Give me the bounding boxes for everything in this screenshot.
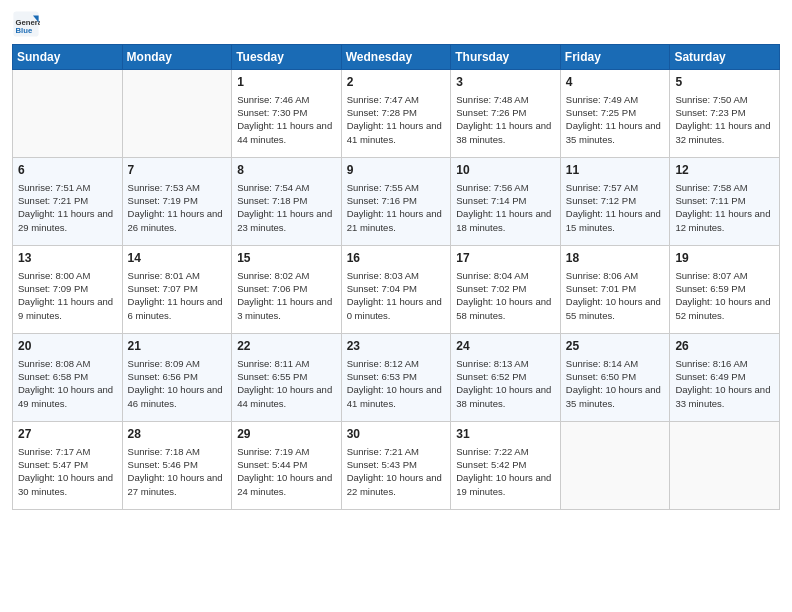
calendar-header-row: SundayMondayTuesdayWednesdayThursdayFrid… [13, 45, 780, 70]
calendar-cell: 4Sunrise: 7:49 AMSunset: 7:25 PMDaylight… [560, 70, 670, 158]
day-number: 1 [237, 74, 336, 91]
day-number: 26 [675, 338, 774, 355]
sunset: Sunset: 7:16 PM [347, 195, 417, 206]
daylight: Daylight: 11 hours and 32 minutes. [675, 120, 770, 144]
calendar-cell: 23Sunrise: 8:12 AMSunset: 6:53 PMDayligh… [341, 334, 451, 422]
day-number: 3 [456, 74, 555, 91]
day-number: 16 [347, 250, 446, 267]
calendar-cell: 29Sunrise: 7:19 AMSunset: 5:44 PMDayligh… [232, 422, 342, 510]
daylight: Daylight: 11 hours and 3 minutes. [237, 296, 332, 320]
sunset: Sunset: 6:58 PM [18, 371, 88, 382]
day-number: 27 [18, 426, 117, 443]
sunrise: Sunrise: 8:09 AM [128, 358, 200, 369]
sunrise: Sunrise: 7:50 AM [675, 94, 747, 105]
sunset: Sunset: 7:04 PM [347, 283, 417, 294]
daylight: Daylight: 10 hours and 55 minutes. [566, 296, 661, 320]
sunset: Sunset: 7:28 PM [347, 107, 417, 118]
sunrise: Sunrise: 7:22 AM [456, 446, 528, 457]
day-number: 29 [237, 426, 336, 443]
sunrise: Sunrise: 7:55 AM [347, 182, 419, 193]
daylight: Daylight: 11 hours and 12 minutes. [675, 208, 770, 232]
sunset: Sunset: 5:42 PM [456, 459, 526, 470]
day-number: 30 [347, 426, 446, 443]
calendar-cell: 14Sunrise: 8:01 AMSunset: 7:07 PMDayligh… [122, 246, 232, 334]
sunrise: Sunrise: 7:58 AM [675, 182, 747, 193]
calendar-cell: 1Sunrise: 7:46 AMSunset: 7:30 PMDaylight… [232, 70, 342, 158]
sunrise: Sunrise: 7:51 AM [18, 182, 90, 193]
sunrise: Sunrise: 8:08 AM [18, 358, 90, 369]
sunrise: Sunrise: 7:21 AM [347, 446, 419, 457]
daylight: Daylight: 10 hours and 49 minutes. [18, 384, 113, 408]
calendar-week-row: 13Sunrise: 8:00 AMSunset: 7:09 PMDayligh… [13, 246, 780, 334]
sunrise: Sunrise: 8:07 AM [675, 270, 747, 281]
day-number: 14 [128, 250, 227, 267]
sunset: Sunset: 7:30 PM [237, 107, 307, 118]
day-number: 22 [237, 338, 336, 355]
sunrise: Sunrise: 8:14 AM [566, 358, 638, 369]
sunset: Sunset: 5:43 PM [347, 459, 417, 470]
sunrise: Sunrise: 7:49 AM [566, 94, 638, 105]
day-number: 6 [18, 162, 117, 179]
day-number: 12 [675, 162, 774, 179]
sunrise: Sunrise: 8:12 AM [347, 358, 419, 369]
daylight: Daylight: 10 hours and 33 minutes. [675, 384, 770, 408]
sunset: Sunset: 7:26 PM [456, 107, 526, 118]
daylight: Daylight: 11 hours and 29 minutes. [18, 208, 113, 232]
calendar-cell: 2Sunrise: 7:47 AMSunset: 7:28 PMDaylight… [341, 70, 451, 158]
day-number: 19 [675, 250, 774, 267]
header: General Blue [12, 10, 780, 38]
calendar-cell: 18Sunrise: 8:06 AMSunset: 7:01 PMDayligh… [560, 246, 670, 334]
calendar-cell: 16Sunrise: 8:03 AMSunset: 7:04 PMDayligh… [341, 246, 451, 334]
calendar-header-wednesday: Wednesday [341, 45, 451, 70]
calendar-header-friday: Friday [560, 45, 670, 70]
day-number: 7 [128, 162, 227, 179]
calendar-cell: 9Sunrise: 7:55 AMSunset: 7:16 PMDaylight… [341, 158, 451, 246]
day-number: 20 [18, 338, 117, 355]
sunrise: Sunrise: 7:17 AM [18, 446, 90, 457]
sunset: Sunset: 7:01 PM [566, 283, 636, 294]
daylight: Daylight: 11 hours and 23 minutes. [237, 208, 332, 232]
calendar-cell: 3Sunrise: 7:48 AMSunset: 7:26 PMDaylight… [451, 70, 561, 158]
calendar-header-saturday: Saturday [670, 45, 780, 70]
day-number: 8 [237, 162, 336, 179]
calendar-cell: 10Sunrise: 7:56 AMSunset: 7:14 PMDayligh… [451, 158, 561, 246]
sunrise: Sunrise: 7:48 AM [456, 94, 528, 105]
sunset: Sunset: 6:49 PM [675, 371, 745, 382]
calendar-cell: 5Sunrise: 7:50 AMSunset: 7:23 PMDaylight… [670, 70, 780, 158]
calendar-header-thursday: Thursday [451, 45, 561, 70]
daylight: Daylight: 10 hours and 44 minutes. [237, 384, 332, 408]
day-number: 13 [18, 250, 117, 267]
sunrise: Sunrise: 7:46 AM [237, 94, 309, 105]
sunrise: Sunrise: 7:18 AM [128, 446, 200, 457]
daylight: Daylight: 10 hours and 19 minutes. [456, 472, 551, 496]
sunset: Sunset: 7:07 PM [128, 283, 198, 294]
sunset: Sunset: 7:12 PM [566, 195, 636, 206]
sunrise: Sunrise: 8:04 AM [456, 270, 528, 281]
daylight: Daylight: 11 hours and 18 minutes. [456, 208, 551, 232]
daylight: Daylight: 11 hours and 38 minutes. [456, 120, 551, 144]
sunset: Sunset: 6:55 PM [237, 371, 307, 382]
sunset: Sunset: 7:19 PM [128, 195, 198, 206]
sunset: Sunset: 7:09 PM [18, 283, 88, 294]
sunset: Sunset: 5:46 PM [128, 459, 198, 470]
calendar-cell: 22Sunrise: 8:11 AMSunset: 6:55 PMDayligh… [232, 334, 342, 422]
sunset: Sunset: 6:59 PM [675, 283, 745, 294]
sunset: Sunset: 6:50 PM [566, 371, 636, 382]
daylight: Daylight: 10 hours and 58 minutes. [456, 296, 551, 320]
calendar-cell: 31Sunrise: 7:22 AMSunset: 5:42 PMDayligh… [451, 422, 561, 510]
daylight: Daylight: 10 hours and 30 minutes. [18, 472, 113, 496]
day-number: 15 [237, 250, 336, 267]
sunrise: Sunrise: 7:19 AM [237, 446, 309, 457]
calendar-header-monday: Monday [122, 45, 232, 70]
sunrise: Sunrise: 7:56 AM [456, 182, 528, 193]
calendar-cell: 24Sunrise: 8:13 AMSunset: 6:52 PMDayligh… [451, 334, 561, 422]
daylight: Daylight: 11 hours and 35 minutes. [566, 120, 661, 144]
daylight: Daylight: 10 hours and 52 minutes. [675, 296, 770, 320]
daylight: Daylight: 10 hours and 35 minutes. [566, 384, 661, 408]
calendar-cell: 21Sunrise: 8:09 AMSunset: 6:56 PMDayligh… [122, 334, 232, 422]
daylight: Daylight: 11 hours and 41 minutes. [347, 120, 442, 144]
sunrise: Sunrise: 7:53 AM [128, 182, 200, 193]
daylight: Daylight: 11 hours and 44 minutes. [237, 120, 332, 144]
calendar-header-tuesday: Tuesday [232, 45, 342, 70]
calendar-cell [122, 70, 232, 158]
